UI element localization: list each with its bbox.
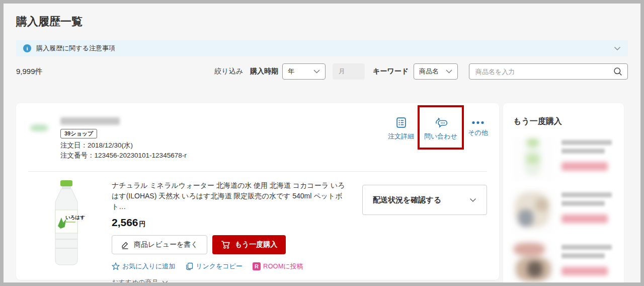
bottle-label: いろはす: [65, 214, 85, 220]
shop-badge: 39ショップ: [60, 129, 97, 138]
order-number: 注文番号：123456-20230101-12345678-r: [60, 151, 187, 160]
shop-logo: [27, 116, 51, 140]
chevron-down-icon: [313, 69, 320, 74]
buy-again-label: もう一度購入: [235, 240, 278, 249]
add-favorite-link[interactable]: お気に入りに追加: [112, 262, 175, 271]
recommended-item[interactable]: [503, 185, 624, 238]
price-unit: 円: [139, 220, 146, 229]
copy-link-label: リンクをコピー: [196, 262, 243, 271]
info-icon: i: [23, 44, 31, 52]
links-row: お気に入りに追加 リンクをコピー R ROOMに投稿: [112, 262, 351, 271]
pencil-icon: [121, 241, 129, 249]
inquiry-icon: [434, 117, 448, 128]
room-post-link[interactable]: R ROOMに投稿: [253, 262, 303, 271]
delivery-status-label: 配送状況を確認する: [373, 195, 441, 205]
chevron-down-icon[interactable]: [614, 46, 621, 51]
recommended-item-image: [511, 189, 555, 234]
chevron-down-icon: [162, 280, 168, 284]
sidebar-title: もう一度購入: [503, 103, 624, 133]
keyword-type-select[interactable]: 商品名: [414, 63, 458, 80]
cart-icon: [221, 240, 230, 249]
purchase-period-label: 購入時期: [250, 67, 278, 76]
add-favorite-label: お気に入りに追加: [122, 262, 175, 271]
order-details-button[interactable]: 注文詳細: [384, 117, 418, 141]
chevron-down-icon: [446, 69, 452, 74]
notice-label: 購入履歴に関する注意事項: [36, 44, 115, 53]
button-row: 商品レビューを書く もう一度購入: [112, 235, 351, 254]
inquiry-button[interactable]: 問い合わせ: [422, 117, 459, 141]
inquiry-label: 問い合わせ: [424, 132, 457, 141]
recommended-item-text-blurred: [561, 189, 616, 234]
copy-icon: [185, 262, 193, 270]
product-info: ナチュラル ミネラルウォーター 北海道の水 使用 北海道 コカコーラ いろはす(…: [112, 180, 351, 286]
room-post-label: ROOMに投稿: [263, 262, 303, 271]
recommended-item[interactable]: [503, 133, 624, 185]
other-button[interactable]: その他: [464, 117, 492, 137]
month-select-value: 月: [339, 67, 345, 76]
write-review-label: 商品レビューを書く: [134, 240, 198, 249]
page-title: 購入履歴一覧: [16, 14, 83, 29]
filter-row: 9,999件 絞り込み 購入時期 年 月 キーワード 商品名: [16, 63, 628, 80]
recommended-item-image: [511, 242, 555, 282]
other-ellipsis-icon: [471, 117, 485, 125]
search-icon[interactable]: [613, 67, 622, 76]
price-row: 2,566 円: [112, 217, 351, 229]
star-icon: [112, 262, 120, 270]
copy-link[interactable]: リンクをコピー: [185, 262, 243, 271]
price-value: 2,566: [112, 217, 138, 229]
month-select-disabled[interactable]: 月: [333, 63, 365, 80]
shop-name-blurred: [60, 117, 120, 125]
search-input[interactable]: [474, 67, 613, 76]
order-actions: 注文詳細 問い合わせ: [384, 117, 492, 141]
inquiry-highlight-box: 問い合わせ: [418, 105, 464, 150]
order-details-icon: [395, 117, 407, 128]
product-title[interactable]: ナチュラル ミネラルウォーター 北海道の水 使用 北海道 コカコーラ いろはす(…: [112, 180, 346, 212]
recommended-label: おすすめの商品: [112, 278, 158, 286]
card-divider: [28, 171, 487, 172]
recommended-item-text-blurred: [561, 242, 616, 282]
year-select-value: 年: [288, 67, 294, 76]
keyword-label: キーワード: [373, 67, 409, 76]
purchase-history-page: 購入履歴一覧 i 購入履歴に関する注意事項 9,999件 絞り込み 購入時期 年…: [0, 0, 644, 286]
buy-again-sidebar: もう一度購入: [503, 103, 624, 282]
recommended-item-image: [511, 137, 555, 181]
notice-accordion[interactable]: i 購入履歴に関する注意事項: [16, 40, 628, 56]
chevron-down-icon: [469, 198, 476, 202]
search-box: [469, 63, 628, 80]
room-icon: R: [253, 262, 261, 270]
delivery-status-accordion[interactable]: 配送状況を確認する: [362, 185, 487, 215]
product-image[interactable]: いろはす: [45, 180, 88, 268]
order-details-label: 注文詳細: [388, 132, 414, 141]
buy-again-button[interactable]: もう一度購入: [212, 235, 286, 254]
other-label: その他: [468, 128, 488, 137]
order-date: 注文日：2018/12/30(水): [60, 141, 133, 150]
result-count: 9,999件: [16, 67, 43, 77]
year-select[interactable]: 年: [282, 63, 326, 80]
keyword-type-value: 商品名: [419, 67, 439, 76]
recommended-item[interactable]: [503, 238, 624, 282]
recommended-toggle[interactable]: おすすめの商品: [112, 278, 351, 286]
order-card: 39ショップ 注文日：2018/12/30(水) 注文番号：123456-202…: [16, 103, 499, 280]
filter-controls: 絞り込み 購入時期 年 月 キーワード 商品名: [214, 63, 628, 80]
write-review-button[interactable]: 商品レビューを書く: [112, 235, 207, 254]
refine-label: 絞り込み: [214, 67, 243, 76]
recommended-item-text-blurred: [561, 137, 616, 181]
